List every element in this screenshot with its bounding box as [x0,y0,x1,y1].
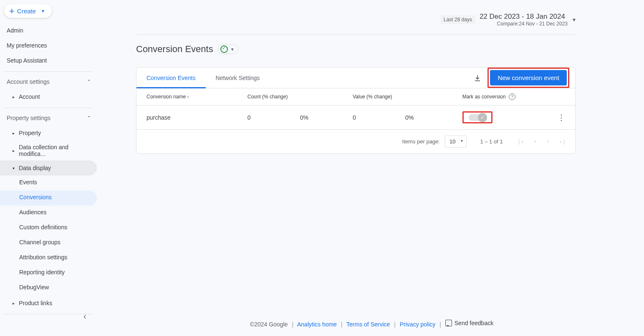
col-conversion-name[interactable]: Conversion name [136,88,237,105]
items-per-page-select[interactable]: 10 [445,135,467,148]
card-top: Conversion Events Network Settings New c… [136,68,575,88]
status-pill[interactable]: ▼ [217,44,238,54]
group-account-settings[interactable]: Account settings ⌃ [0,74,97,89]
sidebar-item-events[interactable]: Events [0,176,97,191]
col-actions [540,88,575,105]
sidebar-item-property[interactable]: Property [0,125,97,140]
pagination: Items per page: 10 1 – 1 of 1 ｜‹ ‹ › ›｜ [136,129,575,153]
first-page-icon[interactable]: ｜‹ [516,138,523,145]
sidebar-item-reporting-identity[interactable]: Reporting identity [0,266,97,281]
pager-icons: ｜‹ ‹ › ›｜ [516,138,567,145]
link-privacy[interactable]: Privacy policy [400,321,436,328]
create-label: Create [17,8,36,15]
sidebar-item-admin[interactable]: Admin [0,23,97,38]
send-feedback-button[interactable]: Send feedback [445,320,493,326]
sidebar: + Create ▼ Admin My preferences Setup As… [0,0,97,336]
caret-down-icon: ▾ [573,16,576,23]
sidebar-item-data-display[interactable]: Data display [0,160,97,176]
collapse-sidebar-button[interactable] [83,311,86,321]
date-column: 22 Dec 2023 - 18 Jan 2024 Compare:24 Nov… [480,13,568,27]
table-row: purchase 0 0% 0 0% ⋮ [136,105,575,130]
sidebar-item-audiences[interactable]: Audiences [0,206,97,221]
download-icon[interactable] [472,72,483,84]
cell-name: purchase [136,105,237,130]
date-chip: Last 28 days [440,15,475,24]
col-count[interactable]: Count (% change) [237,88,343,105]
divider [3,108,93,108]
tab-network-settings[interactable]: Network Settings [206,68,270,88]
col-value[interactable]: Value (% change) [343,88,452,105]
sidebar-item-preferences[interactable]: My preferences [0,38,97,53]
sidebar-item-custom-definitions[interactable]: Custom definitions [0,221,97,236]
card-actions: New conversion event [472,68,572,88]
pagination-range: 1 – 1 of 1 [480,138,503,145]
prev-page-icon[interactable]: ‹ [534,138,536,145]
group-property-settings[interactable]: Property settings ⌃ [0,110,97,125]
items-per-page-label: Items per page: [402,138,440,145]
link-terms[interactable]: Terms of Service [346,321,390,328]
last-page-icon[interactable]: ›｜ [560,138,567,145]
main: Last 28 days 22 Dec 2023 - 18 Jan 2024 C… [108,0,636,336]
conversion-table: Conversion name Count (% change) Value (… [136,88,575,129]
sidebar-nav: Admin My preferences Setup Assistant Acc… [0,23,97,314]
sidebar-item-data-collection[interactable]: Data collection and modifica... [0,140,97,160]
sidebar-item-attribution[interactable]: Attribution settings [0,251,97,266]
help-icon[interactable]: ? [509,93,515,100]
highlight-toggle [462,111,492,123]
page-title: Conversion Events [136,44,213,55]
check-circle-icon [220,45,228,53]
chevron-up-icon: ⌃ [87,79,91,85]
title-row: Conversion Events ▼ [136,44,636,55]
divider [3,314,93,314]
col-mark-conversion: Mark as conversion ? [452,88,540,105]
copyright: ©2024 Google [250,321,288,328]
footer: ©2024 Google | Analytics home | Terms of… [108,320,636,328]
cell-value-pct: 0% [395,105,452,130]
caret-down-icon: ▼ [41,9,45,13]
chevron-up-icon: ⌃ [87,115,91,121]
sidebar-item-conversions[interactable]: Conversions [0,191,97,206]
divider [3,71,93,72]
tabs: Conversion Events Network Settings [136,68,270,88]
date-compare: Compare:24 Nov - 21 Dec 2023 [497,21,568,27]
sidebar-item-product-links[interactable]: Product links [0,296,97,311]
cell-toggle [452,105,540,130]
highlight-new-event: New conversion event [487,68,569,88]
caret-down-icon: ▼ [230,47,235,52]
feedback-icon [445,320,452,326]
new-conversion-event-button[interactable]: New conversion event [490,70,567,85]
date-picker[interactable]: Last 28 days 22 Dec 2023 - 18 Jan 2024 C… [136,0,576,35]
mark-conversion-toggle[interactable] [469,114,486,121]
date-range: 22 Dec 2023 - 18 Jan 2024 [480,13,565,21]
more-menu-icon[interactable]: ⋮ [558,113,565,122]
sidebar-item-debugview[interactable]: DebugView [0,281,97,296]
conversion-card: Conversion Events Network Settings New c… [136,67,576,154]
next-page-icon[interactable]: › [547,138,548,145]
cell-value: 0 [343,105,395,130]
sidebar-item-setup[interactable]: Setup Assistant [0,53,97,68]
cell-count: 0 [237,105,290,130]
link-analytics-home[interactable]: Analytics home [297,321,337,328]
sidebar-item-account[interactable]: Account [0,89,97,104]
create-button[interactable]: + Create ▼ [4,4,52,18]
tab-conversion-events[interactable]: Conversion Events [136,68,206,88]
sidebar-item-channel-groups[interactable]: Channel groups [0,236,97,251]
cell-count-pct: 0% [290,105,343,130]
